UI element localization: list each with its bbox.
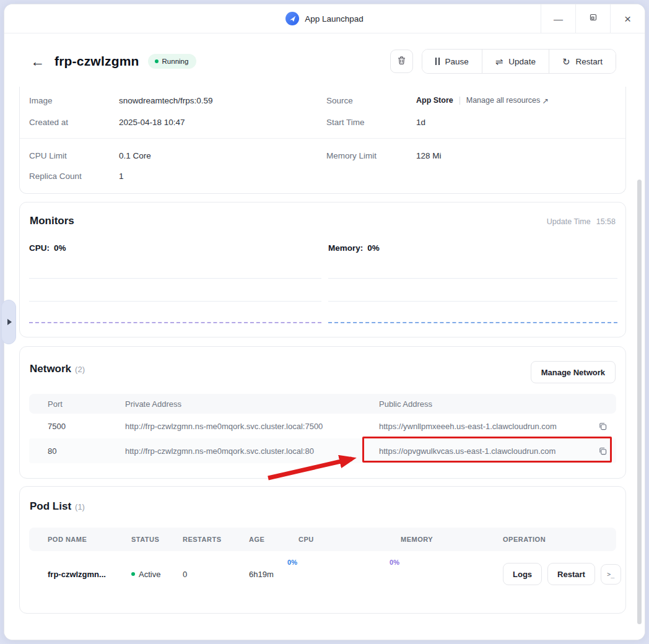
restart-icon: ↻ xyxy=(562,57,570,66)
monitors-card: Monitors Update Time 15:58 CPU: 0% Memor… xyxy=(19,202,626,337)
memory-gridline xyxy=(328,278,617,279)
network-title: Network xyxy=(30,363,71,375)
col-age: AGE xyxy=(249,536,298,543)
pause-button[interactable]: Pause xyxy=(422,50,482,73)
memory-gridline xyxy=(328,301,617,302)
cpu-data-line xyxy=(29,322,321,323)
titlebar: App Launchpad — × xyxy=(4,4,645,33)
monitors-update-time: Update Time 15:58 xyxy=(547,217,616,226)
field-created: Created at 2025-04-18 10:47 xyxy=(29,116,185,128)
update-label: Update xyxy=(508,57,536,66)
field-cpu-value: 0.1 Core xyxy=(119,151,151,160)
network-count: (2) xyxy=(75,365,85,374)
network-table: Port Private Address Public Address 7500… xyxy=(29,394,616,463)
monitors-title: Monitors xyxy=(30,215,74,227)
minimize-icon: — xyxy=(554,14,563,24)
field-created-value: 2025-04-18 10:47 xyxy=(119,118,185,127)
pod-memory-value: 0% xyxy=(390,559,399,566)
field-replica-count: Replica Count 1 xyxy=(29,170,124,182)
public-address-cell: https://ywnllpmxeeeh.us-east-1.clawcloud… xyxy=(379,422,589,431)
field-replica-label: Replica Count xyxy=(29,172,119,181)
memory-chart xyxy=(328,261,617,326)
col-port: Port xyxy=(48,399,125,409)
field-image-label: Image xyxy=(29,96,119,105)
header-actions: Pause ⇌ Update ↻ Restart xyxy=(390,49,616,74)
pod-list-card: Pod List (1) POD NAME STATUS RESTARTS AG… xyxy=(19,486,626,614)
cpu-metric-value: 0% xyxy=(54,243,66,253)
network-title-row: Network (2) xyxy=(30,363,85,375)
field-memory-value: 128 Mi xyxy=(416,151,442,160)
status-badge: Running xyxy=(148,54,197,69)
field-image-value: snowdreamtech/frps:0.59 xyxy=(119,96,213,105)
overview-divider xyxy=(20,138,625,139)
update-button[interactable]: ⇌ Update xyxy=(482,50,549,73)
pod-row: frp-czwlzgmn... Active 0 6h19m 0% xyxy=(29,551,616,597)
vertical-scrollbar-thumb[interactable] xyxy=(637,180,642,624)
pod-restart-button[interactable]: Restart xyxy=(547,563,595,585)
back-button[interactable]: ← xyxy=(30,54,45,69)
copy-button[interactable] xyxy=(589,422,616,431)
field-start-value: 1d xyxy=(416,118,425,127)
col-memory: MEMORY xyxy=(401,536,503,543)
pod-cpu-value: 0% xyxy=(287,559,297,566)
private-address-cell: http://frp-czwlzgmn.ns-me0mqork.svc.clus… xyxy=(125,422,379,431)
sidebar-expand-handle[interactable] xyxy=(1,300,16,344)
pod-list-count: (1) xyxy=(75,502,85,511)
terminal-button[interactable]: >_ xyxy=(601,564,621,585)
field-start-label: Start Time xyxy=(326,118,416,127)
desktop-background: App Launchpad — × xyxy=(0,0,649,644)
maximize-button[interactable] xyxy=(575,4,610,33)
pause-icon xyxy=(435,58,440,65)
memory-metric-label: Memory: xyxy=(328,243,363,253)
copy-button[interactable] xyxy=(589,446,616,456)
chevron-right-icon xyxy=(7,319,12,325)
col-status: STATUS xyxy=(131,536,183,543)
pod-age-cell: 6h19m xyxy=(249,570,298,579)
memory-data-line xyxy=(328,322,617,323)
overview-card: Image snowdreamtech/frps:0.59 Created at… xyxy=(19,87,626,194)
page-header: ← frp-czwlzgmn Running xyxy=(30,47,616,76)
delete-button[interactable] xyxy=(390,50,413,73)
field-image: Image snowdreamtech/frps:0.59 xyxy=(29,94,213,107)
manage-network-button[interactable]: Manage Network xyxy=(531,361,616,383)
pod-status-label: Active xyxy=(139,570,160,579)
pod-list-title: Pod List xyxy=(30,500,71,513)
restore-icon xyxy=(589,13,598,24)
col-pod-name: POD NAME xyxy=(48,536,131,543)
col-cpu: CPU xyxy=(298,536,401,543)
restart-button[interactable]: ↻ Restart xyxy=(549,50,616,73)
field-source-value-wrap: App Store Manage all resources ↗ xyxy=(416,96,549,105)
manage-resources-label: Manage all resources xyxy=(466,96,541,105)
app-action-group: Pause ⇌ Update ↻ Restart xyxy=(422,49,616,74)
memory-metric-value: 0% xyxy=(367,243,380,253)
logs-button[interactable]: Logs xyxy=(503,563,542,585)
status-dot-icon xyxy=(155,59,159,63)
app-window: App Launchpad — × xyxy=(4,4,645,640)
col-public-address: Public Address xyxy=(379,399,589,409)
main-content: ← frp-czwlzgmn Running xyxy=(4,33,645,640)
pod-list-title-row: Pod List (1) xyxy=(30,500,85,513)
close-button[interactable]: × xyxy=(610,4,645,33)
field-source-value: App Store xyxy=(416,96,453,105)
external-link-icon: ↗ xyxy=(542,96,548,105)
private-address-cell: http://frp-czwlzgmn.ns-me0mqork.svc.clus… xyxy=(125,446,379,456)
network-card: Network (2) Manage Network Port Private … xyxy=(19,346,626,479)
port-cell: 7500 xyxy=(48,422,125,431)
field-memory-limit: Memory Limit 128 Mi xyxy=(326,149,442,162)
pod-name-cell: frp-czwlzgmn... xyxy=(48,570,131,579)
app-launchpad-icon xyxy=(285,12,299,25)
pod-table-header: POD NAME STATUS RESTARTS AGE CPU MEMORY … xyxy=(29,528,616,551)
cpu-gridline xyxy=(29,278,321,279)
trash-icon xyxy=(397,56,406,67)
manage-resources-link[interactable]: Manage all resources ↗ xyxy=(466,96,549,105)
port-cell: 80 xyxy=(48,446,125,456)
network-table-header: Port Private Address Public Address xyxy=(29,394,616,414)
restart-label: Restart xyxy=(575,57,603,66)
minimize-button[interactable]: — xyxy=(541,4,575,33)
active-dot-icon xyxy=(131,572,135,576)
field-start-time: Start Time 1d xyxy=(326,116,425,128)
cpu-gridline xyxy=(29,301,321,302)
field-created-label: Created at xyxy=(29,118,119,127)
public-address-cell: https://opvgwulkvcas.us-east-1.clawcloud… xyxy=(379,446,589,456)
pod-restarts-cell: 0 xyxy=(183,570,249,579)
